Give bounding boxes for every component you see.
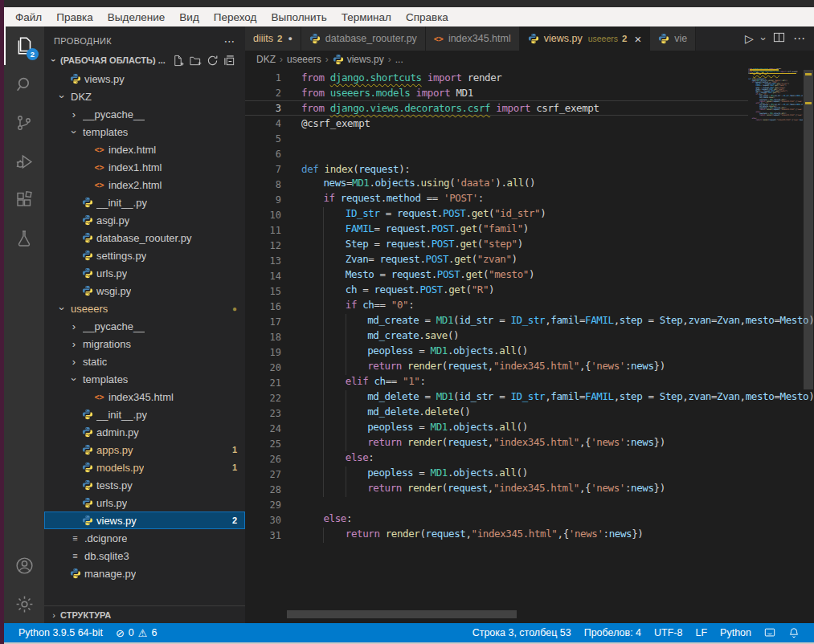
refresh-explorer-button[interactable]	[207, 55, 219, 67]
tree-file-urls.py[interactable]: urls.py	[44, 264, 245, 282]
tree-file-index345.html[interactable]: <>index345.html	[44, 388, 245, 406]
tab-vie[interactable]: vie	[650, 26, 696, 51]
code-line: 21elif ch== "1":	[245, 375, 814, 390]
tree-file-wsgi.py[interactable]: wsgi.py	[44, 282, 245, 300]
line-content: from django.shortcuts import render	[281, 71, 501, 84]
horizontal-scrollbar[interactable]	[287, 610, 517, 618]
feedback-button[interactable]	[758, 627, 782, 638]
encoding-status[interactable]: UTF-8	[648, 627, 689, 638]
indentation-status[interactable]: Пробелов: 4	[578, 627, 648, 638]
menu-item-Терминал[interactable]: Терминал	[334, 11, 399, 23]
activitybar-extensions[interactable]	[4, 181, 44, 219]
tree-file-apps.py[interactable]: apps.py1	[44, 441, 245, 459]
collapse-folders-button[interactable]	[223, 55, 235, 67]
activitybar-source-control[interactable]	[4, 104, 44, 142]
workspace-section-header[interactable]: › (РАБОЧАЯ ОБЛАСТЬ) ...	[44, 51, 245, 70]
tree-folder-templates[interactable]: ›templates	[44, 370, 245, 388]
tree-file-urls.py[interactable]: urls.py	[44, 494, 245, 512]
menu-item-Правка[interactable]: Правка	[49, 11, 100, 23]
tree-file-database_roouter.py[interactable]: database_roouter.py	[44, 229, 245, 247]
breadcrumb-item-DKZ[interactable]: DKZ	[256, 54, 276, 65]
code-editor[interactable]: 1from django.shortcuts import render2fro…	[245, 68, 814, 623]
tree-file-__init__.py[interactable]: __init__.py	[44, 194, 245, 211]
breadcrumb-item-...[interactable]: ...	[395, 54, 403, 65]
tree-folder-__pycache__[interactable]: ›__pycache__	[44, 105, 245, 123]
tab-index345.html[interactable]: <>index345.html	[426, 26, 520, 51]
problems-badge: 2	[232, 516, 245, 525]
code-line: 8news=MD1.objects.using('daata').all()	[245, 177, 814, 192]
tree-file-db.sqlite3[interactable]: ≡db.sqlite3	[44, 547, 245, 565]
cursor-position-status[interactable]: Строка 3, столбец 53	[466, 627, 578, 638]
run-python-file-button[interactable]: ▷	[745, 32, 754, 45]
tree-folder-DKZ[interactable]: ›DKZ	[44, 88, 245, 105]
activitybar-explorer[interactable]: 2	[4, 26, 44, 65]
tree-file-index.html[interactable]: <>index.html	[44, 141, 245, 158]
breadcrumb-item-views.py[interactable]: views.py	[333, 54, 384, 65]
line-number: 4	[245, 118, 281, 129]
code-line: 26else:	[245, 451, 814, 467]
run-dropdown-icon[interactable]: ›	[757, 37, 769, 40]
line-content: if ch== "0":	[281, 299, 414, 314]
breadcrumb[interactable]: DKZ›useeers›views.py›...	[245, 51, 814, 68]
outline-section-header[interactable]: › СТРУКТУРА	[44, 605, 245, 623]
python-file-icon	[82, 267, 93, 279]
breadcrumb-item-useeers[interactable]: useeers	[287, 54, 321, 65]
python-file-icon	[658, 33, 669, 44]
tab-views.py[interactable]: views.pyuseeers2×	[520, 26, 650, 51]
tree-file-.dcignore[interactable]: ≡.dcignore	[44, 529, 245, 547]
tab-label: index345.html	[448, 33, 511, 44]
tree-file-manage.py[interactable]: manage.py	[44, 565, 245, 582]
tree-folder-migrations[interactable]: ›migrations	[44, 335, 245, 353]
minimap[interactable]: from django.shortcuts import renderfrom …	[748, 68, 803, 126]
tab-database_roouter.py[interactable]: database_roouter.py	[301, 26, 426, 51]
tree-item-label: templates	[83, 126, 128, 138]
tree-folder-__pycache__[interactable]: ›__pycache__	[44, 317, 245, 335]
tree-folder-useeers[interactable]: ›useeers●	[44, 300, 245, 317]
eol-status[interactable]: LF	[689, 627, 714, 638]
activitybar-account[interactable]	[4, 546, 44, 585]
problems-status[interactable]: ⊘0⚠6	[109, 627, 163, 639]
python-interpreter-status[interactable]: Python 3.9.5 64-bit	[12, 627, 109, 638]
tree-file-__init__.py[interactable]: __init__.py	[44, 406, 245, 423]
activitybar-search[interactable]	[4, 65, 44, 104]
editor-area: diiits2●database_roouter.py<>index345.ht…	[245, 26, 814, 623]
breadcrumb-label: views.py	[347, 54, 384, 65]
more-actions-button[interactable]: ⋯	[793, 31, 806, 46]
scrollbar-thumb[interactable]	[804, 70, 813, 389]
activitybar-settings[interactable]	[4, 585, 44, 623]
tree-file-views.py[interactable]: views.py	[44, 70, 245, 88]
menu-item-Выделение[interactable]: Выделение	[100, 11, 173, 23]
vertical-scrollbar[interactable]	[803, 68, 814, 623]
close-icon[interactable]: ×	[634, 33, 641, 45]
menu-item-Выполнить[interactable]: Выполнить	[264, 11, 333, 23]
language-mode-status[interactable]: Python	[714, 627, 758, 638]
python-file-icon	[82, 197, 93, 208]
line-content: return render(request,"index345.html",{'…	[281, 482, 665, 497]
tree-file-index2.html[interactable]: <>index2.html	[44, 176, 245, 194]
code-line: 23md_delete.delete()	[245, 406, 814, 421]
activitybar-run-debug[interactable]	[4, 142, 44, 181]
tree-file-asgi.py[interactable]: asgi.py	[44, 211, 245, 229]
new-folder-button[interactable]	[189, 55, 202, 67]
new-file-button[interactable]	[172, 55, 184, 67]
tree-folder-templates[interactable]: ›templates	[44, 123, 245, 141]
sidebar-more-button[interactable]: ⋯	[224, 35, 235, 47]
tree-item-label: wsgi.py	[96, 285, 131, 297]
tab-diiits[interactable]: diiits2●	[245, 26, 301, 51]
tree-file-tests.py[interactable]: tests.py	[44, 476, 245, 494]
tree-item-label: index345.html	[108, 391, 174, 403]
tree-file-models.py[interactable]: models.py1	[44, 459, 245, 476]
tree-file-index1.html[interactable]: <>index1.html	[44, 158, 245, 176]
menu-item-Переход[interactable]: Переход	[207, 11, 264, 23]
menu-item-Справка[interactable]: Справка	[399, 11, 456, 23]
split-editor-button[interactable]	[773, 31, 785, 46]
tree-file-settings.py[interactable]: settings.py	[44, 247, 245, 264]
activitybar-testing[interactable]	[4, 219, 44, 258]
menu-item-Файл[interactable]: Файл	[8, 11, 49, 23]
menu-item-Вид[interactable]: Вид	[172, 11, 206, 23]
tree-folder-static[interactable]: ›static	[44, 353, 245, 370]
notifications-bell-button[interactable]	[782, 627, 806, 638]
tree-file-admin.py[interactable]: admin.py	[44, 423, 245, 441]
tree-file-views.py[interactable]: views.py2	[44, 512, 245, 529]
line-content: if request.method == 'POST':	[281, 192, 484, 207]
